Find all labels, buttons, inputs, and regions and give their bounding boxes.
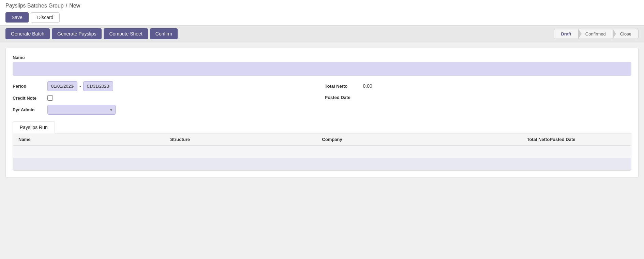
form-left: Period 01/01/2023 - 01/31/2023: [13, 81, 319, 115]
toolbar-actions: Generate Batch Generate Payslips Compute…: [5, 28, 178, 39]
main-content: Name Period 01/01/2023 -: [0, 42, 644, 183]
discard-button[interactable]: Discard: [31, 12, 60, 23]
period-start-select[interactable]: 01/01/2023: [47, 81, 77, 91]
status-pipeline: Draft Confirmed Close: [554, 29, 639, 39]
tabs-section: Payslips Run Name Structure Company Tota…: [13, 121, 631, 171]
confirm-button[interactable]: Confirm: [150, 28, 178, 39]
form-grid: Period 01/01/2023 - 01/31/2023: [13, 81, 631, 115]
date-separator: -: [79, 84, 81, 89]
pyr-admin-row: Pyr Admin: [13, 105, 319, 115]
col-structure: Structure: [170, 137, 322, 142]
breadcrumb-separator: /: [66, 3, 67, 9]
col-company: Company: [322, 137, 474, 142]
credit-note-label: Credit Note: [13, 96, 43, 101]
period-row: Period 01/01/2023 - 01/31/2023: [13, 81, 319, 91]
name-label: Name: [13, 55, 631, 60]
posted-date-row: Posted Date: [325, 95, 632, 100]
breadcrumb-parent[interactable]: Payslips Batches Group: [5, 3, 64, 9]
status-draft[interactable]: Draft: [554, 29, 578, 39]
tab-payslips-run[interactable]: Payslips Run: [13, 121, 55, 133]
compute-sheet-button[interactable]: Compute Sheet: [104, 28, 148, 39]
pyr-admin-select[interactable]: [47, 105, 116, 115]
col-name: Name: [18, 137, 170, 142]
generate-payslips-button[interactable]: Generate Payslips: [52, 28, 102, 39]
posted-date-label: Posted Date: [325, 95, 356, 100]
breadcrumb: Payslips Batches Group / New: [5, 3, 639, 9]
generate-batch-button[interactable]: Generate Batch: [5, 28, 50, 39]
pyr-admin-label: Pyr Admin: [13, 107, 43, 112]
form-card: Name Period 01/01/2023 -: [5, 48, 639, 178]
period-inputs: 01/01/2023 - 01/31/2023: [47, 81, 113, 91]
total-netto-row: Total Netto 0.00: [325, 81, 632, 91]
col-total-netto: Total Netto: [474, 137, 550, 142]
breadcrumb-current: New: [69, 3, 80, 9]
table-header: Name Structure Company Total Netto Poste…: [13, 133, 631, 146]
period-end-select[interactable]: 01/31/2023: [83, 81, 113, 91]
status-confirmed[interactable]: Confirmed: [578, 29, 613, 39]
table-row: [13, 158, 631, 170]
total-netto-label: Total Netto: [325, 84, 356, 89]
period-end-wrapper: 01/31/2023: [83, 81, 113, 91]
pyr-admin-wrapper: [47, 105, 116, 115]
action-buttons: Save Discard: [5, 12, 639, 23]
form-right: Total Netto 0.00 Posted Date: [325, 81, 632, 115]
credit-note-row: Credit Note: [13, 95, 319, 101]
name-input[interactable]: [13, 62, 631, 76]
save-button[interactable]: Save: [5, 12, 29, 23]
credit-note-checkbox[interactable]: [47, 95, 53, 101]
period-label: Period: [13, 84, 43, 89]
toolbar: Generate Batch Generate Payslips Compute…: [0, 26, 644, 42]
tabs-header: Payslips Run: [13, 121, 631, 133]
total-netto-value: 0.00: [360, 81, 394, 91]
col-posted-date: Posted Date: [550, 137, 626, 142]
table-row: [13, 146, 631, 158]
tab-content: Name Structure Company Total Netto Poste…: [13, 133, 631, 171]
period-start-wrapper: 01/01/2023: [47, 81, 77, 91]
status-close[interactable]: Close: [613, 29, 639, 39]
posted-date-value: [360, 96, 394, 100]
